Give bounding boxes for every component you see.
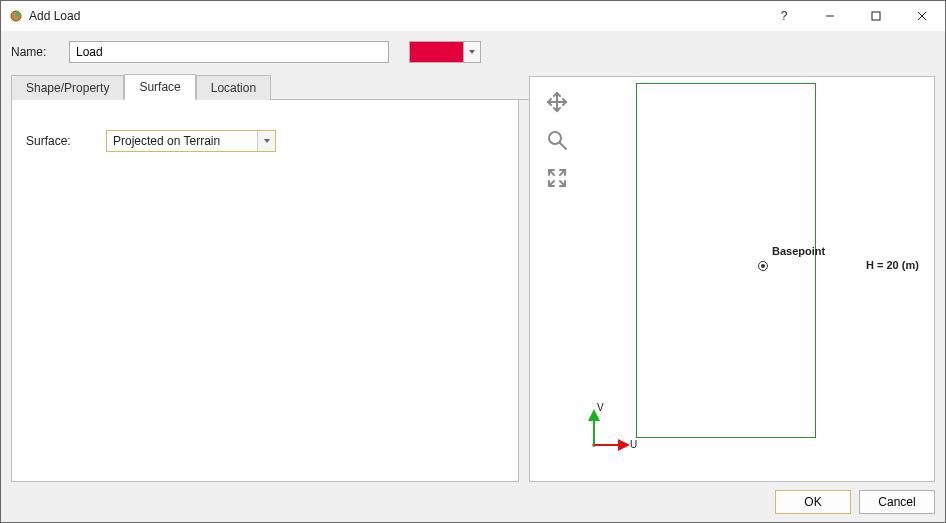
maximize-button[interactable] (853, 1, 899, 31)
surface-select-button[interactable] (257, 131, 275, 151)
title-bar: Add Load ? (1, 1, 945, 31)
tab-location[interactable]: Location (196, 75, 271, 100)
basepoint-label: Basepoint (772, 245, 825, 257)
name-label: Name: (11, 45, 61, 59)
window-title: Add Load (29, 9, 80, 23)
dialog-buttons: OK Cancel (11, 482, 935, 514)
basepoint-marker (758, 261, 768, 271)
svg-rect-2 (872, 12, 880, 20)
surface-select[interactable]: Projected on Terrain (106, 130, 276, 152)
color-dropdown-button[interactable] (464, 42, 480, 62)
surface-select-value: Projected on Terrain (107, 131, 257, 151)
pan-tool[interactable] (542, 89, 572, 115)
zoom-tool[interactable] (542, 127, 572, 153)
ok-button[interactable]: OK (775, 490, 851, 514)
minimize-button[interactable] (807, 1, 853, 31)
name-row: Name: (11, 41, 935, 63)
color-swatch (410, 42, 464, 62)
fit-tool[interactable] (542, 165, 572, 191)
cancel-button[interactable]: Cancel (859, 490, 935, 514)
surface-panel: Surface: Projected on Terrain (11, 100, 519, 482)
expand-icon (545, 166, 569, 190)
preview-toolbar (536, 83, 578, 475)
pan-icon (545, 90, 569, 114)
axis-u-label: U (630, 439, 637, 450)
magnifier-icon (545, 128, 569, 152)
tab-surface[interactable]: Surface (124, 74, 195, 100)
svg-point-7 (549, 132, 561, 144)
close-button[interactable] (899, 1, 945, 31)
name-input[interactable] (69, 41, 389, 63)
chevron-down-icon (469, 50, 475, 54)
load-outline (636, 83, 816, 438)
app-icon (9, 9, 23, 23)
height-dimension-label: H = 20 (m) (866, 259, 919, 271)
color-picker[interactable] (409, 41, 481, 63)
preview-panel: Basepoint H = 20 (m) (529, 76, 935, 482)
axis-gizmo: V U (582, 397, 642, 457)
tab-shape-property[interactable]: Shape/Property (11, 75, 124, 100)
chevron-down-icon (264, 139, 270, 143)
preview-canvas[interactable]: Basepoint H = 20 (m) (578, 83, 928, 475)
help-button[interactable]: ? (761, 1, 807, 31)
surface-label: Surface: (26, 134, 86, 148)
svg-line-8 (560, 143, 566, 149)
axis-v-label: V (597, 402, 604, 413)
